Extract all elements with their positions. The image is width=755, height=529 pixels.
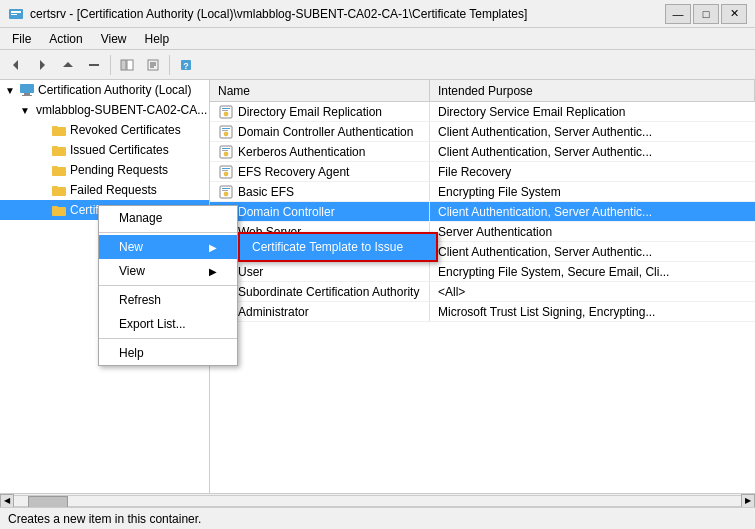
forward-button[interactable] <box>30 53 54 77</box>
tree-item-failed[interactable]: Failed Requests <box>0 180 209 200</box>
child-expand-icon: ▼ <box>20 105 30 116</box>
up-button[interactable] <box>56 53 80 77</box>
tree-root[interactable]: ▼ Certification Authority (Local) <box>0 80 209 100</box>
status-text: Creates a new item in this container. <box>8 512 201 526</box>
toolbar: ? <box>0 50 755 80</box>
computer-icon <box>19 82 35 98</box>
svg-rect-28 <box>52 186 58 189</box>
menu-action[interactable]: Action <box>41 30 90 48</box>
svg-point-46 <box>224 172 228 176</box>
column-name[interactable]: Name <box>210 80 430 101</box>
list-item[interactable]: User Encrypting File System, Secure Emai… <box>210 262 755 282</box>
ctx-new[interactable]: New ▶ <box>99 235 237 259</box>
submenu-cert-template[interactable]: Certificate Template to Issue <box>240 234 436 260</box>
svg-rect-26 <box>52 166 58 169</box>
tree-child-label: vmlabblog-SUBENT-CA02-CA... <box>36 103 207 117</box>
svg-marker-4 <box>40 60 45 70</box>
scroll-thumb[interactable] <box>28 496 68 508</box>
svg-rect-16 <box>24 93 30 95</box>
svg-rect-22 <box>52 126 58 129</box>
list-item[interactable]: Administrator Microsoft Trust List Signi… <box>210 302 755 322</box>
tree-item-pending-label: Pending Requests <box>70 163 168 177</box>
list-item[interactable]: Domain Controller Client Authentication,… <box>210 202 755 222</box>
maximize-button[interactable]: □ <box>693 4 719 24</box>
ctx-export[interactable]: Export List... <box>99 312 237 336</box>
menu-help[interactable]: Help <box>137 30 178 48</box>
svg-rect-36 <box>222 128 230 129</box>
title-bar-left: certsrv - [Certification Authority (Loca… <box>8 6 527 22</box>
title-bar-controls: — □ ✕ <box>665 4 747 24</box>
svg-rect-32 <box>222 108 230 109</box>
list-cell-purpose: Client Authentication, Server Authentic.… <box>430 202 755 221</box>
scroll-right-button[interactable]: ▶ <box>741 494 755 508</box>
svg-rect-15 <box>20 84 34 93</box>
list-cell-purpose: Client Authentication, Server Authentic.… <box>430 122 755 141</box>
help-button[interactable]: ? <box>174 53 198 77</box>
root-expand-icon: ▼ <box>4 85 16 96</box>
svg-rect-17 <box>22 95 32 96</box>
ctx-manage[interactable]: Manage <box>99 206 237 230</box>
list-cell-name: User <box>210 262 430 281</box>
svg-point-50 <box>224 192 228 196</box>
cert-icon <box>218 104 234 120</box>
list-item[interactable]: EFS Recovery Agent File Recovery <box>210 162 755 182</box>
list-item[interactable]: Kerberos Authentication Client Authentic… <box>210 142 755 162</box>
list-cell-name: Kerberos Authentication <box>210 142 430 161</box>
list-cell-purpose: Client Authentication, Server Authentic.… <box>430 242 755 261</box>
list-cell-name: Domain Controller <box>210 202 430 221</box>
cert-icon <box>218 164 234 180</box>
tree-item-revoked[interactable]: Revoked Certificates <box>0 120 209 140</box>
tree-item-revoked-label: Revoked Certificates <box>70 123 181 137</box>
svg-rect-6 <box>89 64 99 66</box>
svg-rect-41 <box>222 150 228 151</box>
ctx-new-arrow: ▶ <box>209 242 217 253</box>
list-cell-purpose: Client Authentication, Server Authentic.… <box>430 142 755 161</box>
list-cell-name: Basic EFS <box>210 182 430 201</box>
list-item[interactable]: Basic EFS Encrypting File System <box>210 182 755 202</box>
list-body: Directory Email Replication Directory Se… <box>210 102 755 322</box>
right-panel: Name Intended Purpose Directory Email Re… <box>210 80 755 507</box>
tree-root-label: Certification Authority (Local) <box>38 83 191 97</box>
folder-templates-icon <box>51 202 67 218</box>
list-cell-purpose: Encrypting File System <box>430 182 755 201</box>
cert-icon <box>218 124 234 140</box>
properties-button[interactable] <box>141 53 165 77</box>
ctx-separator <box>99 232 237 233</box>
svg-rect-40 <box>222 148 230 149</box>
list-item[interactable]: Directory Email Replication Directory Se… <box>210 102 755 122</box>
list-cell-purpose: Server Authentication <box>430 222 755 241</box>
list-header: Name Intended Purpose <box>210 80 755 102</box>
horizontal-scrollbar[interactable]: ◀ ▶ <box>0 493 755 507</box>
scroll-left-button[interactable]: ◀ <box>0 494 14 508</box>
stop-button[interactable] <box>82 53 106 77</box>
svg-rect-7 <box>121 60 126 70</box>
column-purpose[interactable]: Intended Purpose <box>430 80 755 101</box>
menu-bar: File Action View Help <box>0 28 755 50</box>
context-menu: Manage New ▶ View ▶ Refresh Export List.… <box>98 205 238 366</box>
svg-rect-1 <box>11 11 21 13</box>
menu-file[interactable]: File <box>4 30 39 48</box>
list-item[interactable]: Subordinate Certification Authority <All… <box>210 282 755 302</box>
list-item[interactable]: Domain Controller Authentication Client … <box>210 122 755 142</box>
show-hide-button[interactable] <box>115 53 139 77</box>
tree-item-issued[interactable]: Issued Certificates <box>0 140 209 160</box>
list-cell-purpose: File Recovery <box>430 162 755 181</box>
menu-view[interactable]: View <box>93 30 135 48</box>
list-cell-name: Directory Email Replication <box>210 102 430 121</box>
ctx-view[interactable]: View ▶ <box>99 259 237 283</box>
status-bar: Creates a new item in this container. <box>0 507 755 529</box>
close-button[interactable]: ✕ <box>721 4 747 24</box>
minimize-button[interactable]: — <box>665 4 691 24</box>
ctx-refresh[interactable]: Refresh <box>99 288 237 312</box>
tree-child[interactable]: ▼ vmlabblog-SUBENT-CA02-CA... <box>0 100 209 120</box>
svg-rect-2 <box>11 14 17 15</box>
submenu: Certificate Template to Issue <box>238 232 438 262</box>
toolbar-separator <box>110 55 111 75</box>
svg-rect-8 <box>127 60 133 70</box>
tree-item-pending[interactable]: Pending Requests <box>0 160 209 180</box>
svg-rect-24 <box>52 146 58 149</box>
window-title: certsrv - [Certification Authority (Loca… <box>30 7 527 21</box>
ctx-help[interactable]: Help <box>99 341 237 365</box>
folder-pending-icon <box>51 162 67 178</box>
back-button[interactable] <box>4 53 28 77</box>
